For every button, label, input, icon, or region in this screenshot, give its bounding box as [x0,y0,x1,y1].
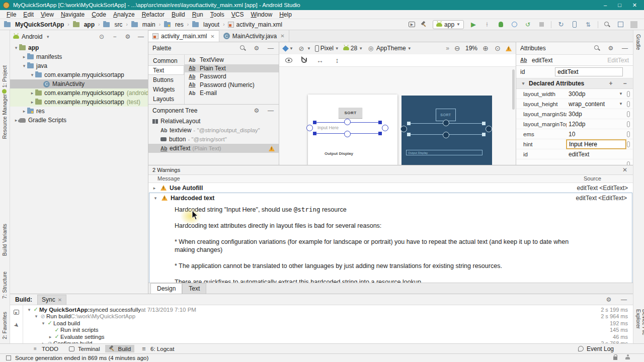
view-options-icon[interactable] [285,58,292,63]
restart-view-icon[interactable]: ▶ [13,308,21,316]
zoom-in-icon[interactable]: ⊕ [481,44,490,52]
tool-window-resource-manager[interactable]: Resource Manager [2,94,8,139]
menu-code[interactable]: Code [88,11,110,18]
component-button[interactable]: button - "@string/sort" [148,135,279,144]
menu-vcs[interactable]: VCS [228,11,248,18]
column-message[interactable]: Message [157,175,180,182]
build-row-run-build[interactable]: ▾ ⊘ Run build C:\work\MyQuickSortApp 2 s… [23,313,633,320]
build-row-evaluate-settings[interactable]: ▸ ✓ Evaluate settings 46 ms [23,333,633,340]
attr-row-layout-height[interactable]: layout_height wrap_content ▼ [516,99,633,109]
build-row-load-build[interactable]: ▾ ✓ Load build 192 ms [23,320,633,327]
palette-item-plain-text[interactable]: Plain Text [185,64,279,73]
design-preview[interactable]: SORT Input Here Output Display [308,95,397,165]
attr-row-hint[interactable]: hint [516,139,633,149]
menu-refactor[interactable]: Refactor [138,11,168,18]
event-log-button[interactable]: Event Log [587,345,614,352]
pin-icon[interactable]: ➤ [11,320,22,331]
constraint-anchor[interactable] [344,131,351,137]
device-manager-icon[interactable] [571,21,579,29]
attach-debugger-icon[interactable]: ↺ [524,21,532,29]
menu-window[interactable]: Window [247,11,276,18]
attr-hint-input[interactable] [567,140,626,149]
chevron-down-icon[interactable]: ▾ [26,307,32,312]
chevron-down-icon[interactable]: ▾ [21,63,27,68]
avd-manager-icon[interactable]: ⇅ [584,21,592,29]
palette-category-layouts[interactable]: Layouts [148,94,184,104]
resize-handle[interactable] [482,122,486,125]
project-row-package-androidtest[interactable]: ▸ com.example.myquicksortapp (androidTes… [10,88,148,98]
attr-row-layout-width[interactable]: layout_width 300dp ▼ [516,89,633,99]
chevron-down-icon[interactable]: ▾ [29,72,35,77]
tool-window-project[interactable]: 1: Project [2,65,8,94]
tool-window-structure[interactable]: 7: Structure [2,272,8,299]
close-button[interactable]: ✕ [632,2,637,9]
resource-picker-icon[interactable] [627,131,630,137]
declared-attributes-header[interactable]: ▾ Declared Attributes + − [516,78,633,89]
gear-icon[interactable]: ⚙ [253,44,261,52]
autoconnect-icon[interactable] [301,58,307,63]
hide-panel-icon[interactable]: — [267,107,275,115]
blueprint-output-box[interactable]: Output Display [406,150,482,155]
layout-inspector-icon[interactable]: ▶ [409,22,415,27]
project-row-java[interactable]: ▾ java [10,61,148,70]
api-select[interactable]: 28▼ [343,45,363,52]
resource-picker-icon[interactable] [627,111,630,117]
component-textview[interactable]: textview - "@string/output_display" [148,126,279,135]
menu-help[interactable]: Help [276,11,295,18]
resource-picker-icon[interactable] [627,161,630,165]
chevron-right-icon[interactable]: ▸ [21,109,27,114]
lock-icon[interactable] [613,356,617,360]
palette-item-email[interactable]: E-mail [185,89,279,98]
project-row-mainactivity[interactable]: MainActivity [10,79,148,88]
palette-category-buttons[interactable]: Buttons [148,75,184,84]
menu-view[interactable]: View [37,11,57,18]
warning-row-hardcoded-text[interactable]: ▾ Hardcoded text editText <EditText> [149,193,632,203]
gear-icon[interactable]: ⚙ [253,107,261,115]
user-icon[interactable] [625,357,630,359]
constraint-anchor[interactable] [344,119,351,125]
menu-run[interactable]: Run [189,11,207,18]
attr-row-ems[interactable]: ems 10 [516,129,633,139]
profiler-icon[interactable] [510,21,518,29]
resize-handle[interactable] [482,133,486,136]
chevron-down-icon[interactable]: ▼ [619,92,623,96]
resource-picker-icon[interactable] [627,91,630,97]
collapse-all-icon[interactable]: − [111,33,119,41]
resize-handle[interactable] [313,132,316,135]
resize-handle[interactable] [407,122,411,125]
zoom-out-icon[interactable]: ⊖ [453,44,461,52]
menu-tools[interactable]: Tools [207,11,228,18]
avatar[interactable] [630,21,638,29]
constraint-anchor[interactable] [443,132,449,138]
debug-icon[interactable] [497,21,505,29]
warning-row-use-autofill[interactable]: ▸ Use Autofill editText <EditText> [148,183,633,193]
resize-handle[interactable] [313,121,316,124]
tool-window-gradle[interactable]: Gradle [635,34,641,50]
close-icon[interactable]: ✕ [58,297,62,303]
resource-picker-icon[interactable] [627,101,630,107]
project-row-manifests[interactable]: ▸ manifests [10,52,148,61]
resource-picker-icon[interactable] [627,121,630,127]
zoom-fit-icon[interactable]: ⊙ [494,44,502,52]
close-icon[interactable]: ✕ [210,34,214,39]
attr-row-id[interactable]: id editText [516,149,633,159]
search-everywhere-icon[interactable] [604,21,611,28]
menu-file[interactable]: File [3,11,20,18]
constraint-anchor[interactable] [306,125,313,131]
hide-panel-icon[interactable]: — [621,44,629,52]
clear-constraints-icon[interactable]: ↔ [316,56,324,64]
preview-output-label[interactable]: Output Display [325,151,353,156]
chevron-right-icon[interactable]: ▸ [29,100,35,105]
warning-source[interactable]: editText <EditText> [576,195,627,202]
project-view-selector[interactable]: Android [22,33,42,40]
device-select[interactable]: Pixel▼ [315,45,339,52]
hide-panel-icon[interactable]: — [137,33,145,41]
chevron-down-icon[interactable]: ▾ [40,321,46,326]
hide-panel-icon[interactable]: — [267,44,275,52]
resize-handle[interactable] [378,121,382,124]
warnings-indicator-icon[interactable] [506,46,512,51]
hide-panel-icon[interactable]: — [620,296,628,304]
chevron-right-icon[interactable]: ▸ [21,54,27,59]
breadcrumb-main[interactable]: main [142,21,155,28]
palette-category-widgets[interactable]: Widgets [148,84,184,94]
